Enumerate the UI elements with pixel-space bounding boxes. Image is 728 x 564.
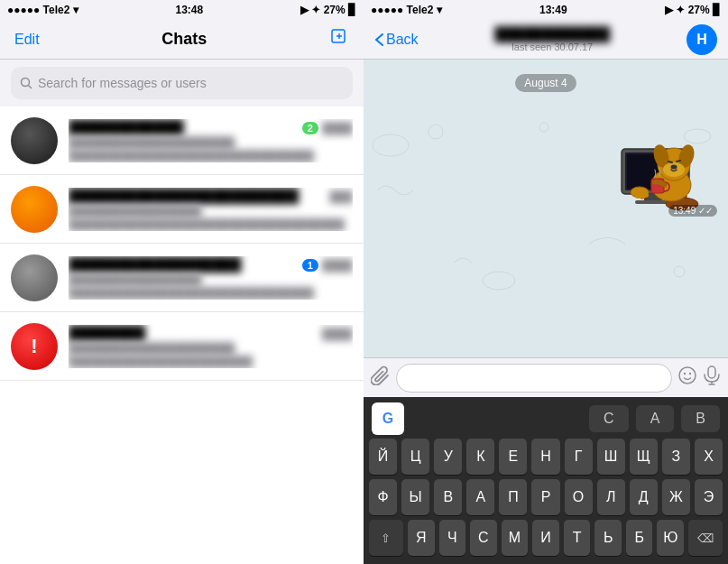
icons-right: ▶ ✦ 27% ▊ <box>665 4 721 16</box>
key-о[interactable]: О <box>565 479 593 515</box>
key-х[interactable]: Х <box>695 439 723 475</box>
avatar <box>11 117 58 164</box>
key-р[interactable]: Р <box>531 479 559 515</box>
avatar-letter: H <box>696 32 707 48</box>
key-н[interactable]: Н <box>531 439 559 475</box>
svg-point-36 <box>689 373 691 374</box>
search-bar[interactable]: Search for messages or users <box>11 67 353 99</box>
sticker-message: 13:49 ✓✓ <box>371 99 721 220</box>
chat-name: ████████████ <box>69 119 184 134</box>
key-а[interactable]: А <box>466 479 494 515</box>
lang-b-button[interactable]: B <box>681 405 720 432</box>
svg-point-31 <box>635 193 640 199</box>
chat-name: ████████ <box>69 325 145 340</box>
status-bar-right: ●●●●● Tele2 ▾ 13:49 ▶ ✦ 27% ▊ <box>364 0 728 20</box>
keyboard-row-3: ⇧ Я Ч С М И Т Ь Б Ю ⌫ <box>366 520 725 556</box>
backspace-key[interactable]: ⌫ <box>688 520 723 556</box>
microphone-button[interactable] <box>703 365 721 390</box>
key-ц[interactable]: Ц <box>401 439 429 475</box>
key-э[interactable]: Э <box>695 479 723 515</box>
key-з[interactable]: З <box>662 439 690 475</box>
key-ы[interactable]: Ы <box>401 479 429 515</box>
chat-name: ████████████████████████ <box>69 188 299 203</box>
chat-preview: ████████████████ <box>69 205 353 218</box>
key-ь[interactable]: Ь <box>594 520 622 556</box>
left-panel: ●●●●● Tele2 ▾ 13:48 ▶ ✦ 27% ▊ Edit Chats… <box>0 0 364 564</box>
chat-user-status: last seen 30.07.17 <box>511 42 593 52</box>
list-item[interactable]: ████████████████████████ ███ ███████████… <box>0 175 364 244</box>
chat-sub: ████████████████████████████████ <box>69 150 353 162</box>
key-г[interactable]: Г <box>565 439 593 475</box>
icons-left: ▶ ✦ 27% ▊ <box>300 4 356 16</box>
key-с[interactable]: С <box>470 520 497 556</box>
chat-preview: ████████████████████ <box>69 136 353 150</box>
message-input[interactable] <box>396 364 672 393</box>
key-й[interactable]: Й <box>369 439 397 475</box>
chat-messages: August 4 <box>364 60 728 357</box>
search-icon <box>20 77 32 89</box>
key-ю[interactable]: Ю <box>657 520 684 556</box>
chat-name: ██████████████████ <box>69 256 241 272</box>
attach-button[interactable] <box>371 365 391 391</box>
chat-sub: ████████████████████████ <box>69 356 353 368</box>
list-item[interactable]: ! ████████ ████ ████████████████████ ███… <box>0 312 364 381</box>
google-label: G <box>382 411 393 427</box>
chat-preview: ████████████████████ <box>69 342 353 356</box>
key-т[interactable]: Т <box>564 520 591 556</box>
svg-rect-37 <box>708 366 715 378</box>
key-ч[interactable]: Ч <box>439 520 466 556</box>
chat-sub: ████████████████████████████████████ <box>69 218 353 231</box>
back-label: Back <box>386 32 419 48</box>
date-badge-text: August 4 <box>515 74 576 92</box>
nav-bar-left: Edit Chats <box>0 20 364 60</box>
carrier-left: ●●●●● Tele2 ▾ <box>7 4 78 16</box>
chat-user-info[interactable]: ████████████ last seen 30.07.17 <box>424 26 681 52</box>
list-item[interactable]: ██████████████████ 1 ████ ██████████████… <box>0 244 364 312</box>
svg-point-27 <box>671 165 677 170</box>
back-button[interactable]: Back <box>374 32 419 48</box>
chat-nav-bar: Back ████████████ last seen 30.07.17 H <box>364 20 728 60</box>
unread-badge: 1 <box>302 259 318 272</box>
list-item[interactable]: ████████████ 2 ████ ████████████████████… <box>0 106 364 175</box>
key-е[interactable]: Е <box>499 439 527 475</box>
chat-time: ████ <box>322 259 353 272</box>
chat-list: ████████████ 2 ████ ████████████████████… <box>0 106 364 564</box>
carrier-right: ●●●●● Tele2 ▾ <box>371 4 442 16</box>
key-ж[interactable]: Ж <box>662 479 690 515</box>
key-в[interactable]: В <box>434 479 462 515</box>
edit-button[interactable]: Edit <box>14 32 40 48</box>
lang-c-button[interactable]: C <box>589 405 629 432</box>
key-б[interactable]: Б <box>626 520 653 556</box>
key-к[interactable]: К <box>466 439 494 475</box>
svg-line-26 <box>677 161 680 162</box>
key-л[interactable]: Л <box>597 479 625 515</box>
message-time: 13:49 ✓✓ <box>668 205 717 217</box>
unread-badge: 2 <box>302 122 318 134</box>
google-key[interactable]: G <box>372 402 404 435</box>
emoji-icon <box>677 365 697 385</box>
emoji-button[interactable] <box>677 365 697 390</box>
keyboard[interactable]: G C A B Й Ц У К Е Н Г Ш Щ З Х Ф Ы В <box>364 397 728 564</box>
search-placeholder: Search for messages or users <box>38 76 207 90</box>
key-я[interactable]: Я <box>408 520 435 556</box>
lang-a-button[interactable]: A <box>636 405 675 432</box>
key-щ[interactable]: Щ <box>630 439 658 475</box>
svg-point-33 <box>643 192 649 198</box>
avatar <box>11 186 58 233</box>
key-у[interactable]: У <box>434 439 462 475</box>
avatar[interactable]: H <box>687 24 717 55</box>
shift-key[interactable]: ⇧ <box>369 520 403 556</box>
chat-user-name: ████████████ <box>495 26 611 42</box>
key-д[interactable]: Д <box>630 479 658 515</box>
key-ф[interactable]: Ф <box>369 479 397 515</box>
key-ш[interactable]: Ш <box>597 439 625 475</box>
key-м[interactable]: М <box>502 520 529 556</box>
chat-sub: ████████████████████████████████ <box>69 287 353 300</box>
svg-point-34 <box>679 367 696 384</box>
compose-button[interactable] <box>329 27 349 51</box>
chat-preview: ████████████████ <box>69 273 353 287</box>
svg-point-24 <box>663 162 685 177</box>
key-п[interactable]: П <box>499 479 527 515</box>
key-и[interactable]: И <box>532 520 559 556</box>
chat-time: ████ <box>322 122 353 134</box>
